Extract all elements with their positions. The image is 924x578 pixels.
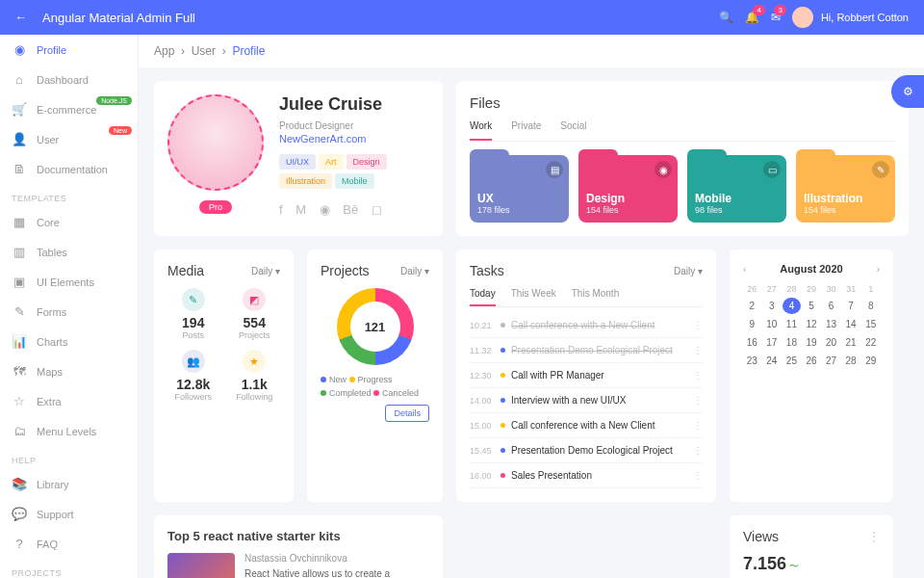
sidebar-item-e-commerce[interactable]: 🛒E-commerceNode.JS [0, 94, 138, 124]
back-icon[interactable]: ← [15, 11, 27, 24]
sidebar-item-tables[interactable]: ▥Tables [0, 237, 138, 267]
cal-day[interactable]: 9 [743, 316, 761, 332]
task-row[interactable]: 11.32Presentation Demo Ecological Projec… [470, 338, 703, 363]
tag-ui/ux[interactable]: UI/UX [279, 154, 316, 170]
more-icon[interactable]: ⋮ [693, 420, 703, 431]
cal-day[interactable]: 20 [822, 334, 840, 351]
tasks-selector[interactable]: Daily ▾ [674, 266, 703, 276]
tag-art[interactable]: Art [319, 154, 344, 170]
files-tab-private[interactable]: Private [511, 120, 541, 141]
task-row[interactable]: 15.00Call conference with a New Client⋮ [470, 413, 703, 438]
sidebar-item-maps[interactable]: 🗺Maps [0, 356, 138, 386]
cal-day[interactable]: 4 [783, 298, 801, 314]
sidebar-item-charts[interactable]: 📊Charts [0, 327, 138, 356]
cal-day[interactable]: 13 [822, 316, 840, 332]
task-tab-this-month[interactable]: This Month [572, 288, 619, 306]
cal-day[interactable]: 15 [861, 316, 880, 332]
media-stat-following: ★1.1kFollowing [229, 350, 281, 402]
cal-day[interactable]: 5 [803, 298, 821, 314]
greeting: Hi, Robbert Cotton [821, 12, 909, 23]
tasks-card: TasksDaily ▾ TodayThis WeekThis Month 10… [456, 250, 716, 502]
sidebar-item-profile[interactable]: ◉Profile [0, 35, 138, 65]
cal-day[interactable]: 27 [822, 353, 840, 369]
task-row[interactable]: 15.45Presentation Demo Ecological Projec… [470, 438, 703, 463]
files-card: Files WorkPrivateSocial ▤UX178 files◉Des… [456, 81, 909, 236]
details-button[interactable]: Details [385, 405, 429, 422]
cal-prev[interactable]: ‹ [743, 264, 746, 275]
profile-photo [167, 94, 264, 191]
more-icon[interactable]: ⋮ [693, 345, 703, 355]
projects-card: ProjectsDaily ▾ 121 New Progress Complet… [307, 250, 443, 502]
tag-illustration[interactable]: Illustration [279, 173, 332, 189]
sidebar-item-extra[interactable]: ☆Extra [0, 386, 138, 416]
tag-mobile[interactable]: Mobile [335, 173, 374, 189]
tag-design[interactable]: Design [346, 154, 387, 170]
cal-day[interactable]: 23 [743, 353, 761, 369]
folder-illustration[interactable]: ✎Illustration154 files [796, 155, 895, 223]
cal-day[interactable]: 2 [743, 298, 761, 314]
cal-day[interactable]: 22 [861, 334, 880, 351]
cal-day[interactable]: 21 [842, 334, 860, 351]
cal-next[interactable]: › [877, 264, 880, 275]
cal-day[interactable]: 10 [763, 316, 782, 332]
medium-icon[interactable]: M [295, 202, 306, 217]
facebook-icon[interactable]: f [279, 202, 283, 217]
bell-icon[interactable]: 🔔4 [745, 11, 759, 24]
task-row[interactable]: 10.21Call conference with a New Client⋮ [470, 313, 703, 338]
task-row[interactable]: 16.00Sales Presentation⋮ [470, 463, 703, 488]
cal-day[interactable]: 25 [783, 353, 801, 369]
cal-day[interactable]: 11 [783, 316, 801, 332]
projects-selector[interactable]: Daily ▾ [400, 266, 429, 276]
cal-day[interactable]: 18 [783, 334, 801, 351]
instagram-icon[interactable]: ◻ [372, 202, 382, 217]
sidebar-item-user[interactable]: 👤UserNew [0, 124, 138, 154]
files-tab-work[interactable]: Work [470, 120, 492, 141]
sidebar-item-support[interactable]: 💬Support [0, 499, 138, 529]
files-tab-social[interactable]: Social [560, 120, 586, 141]
task-tab-today[interactable]: Today [470, 288, 496, 306]
cal-day[interactable]: 3 [763, 298, 782, 314]
profile-link[interactable]: NewGenerArt.com [279, 133, 429, 144]
more-icon[interactable]: ⋮ [693, 320, 703, 330]
cal-day[interactable]: 17 [763, 334, 782, 351]
sidebar-item-library[interactable]: 📚Library [0, 469, 138, 499]
cal-day[interactable]: 26 [803, 353, 821, 369]
cal-day[interactable]: 6 [822, 298, 840, 314]
task-row[interactable]: 12.30Call with PR Manager⋮ [470, 363, 703, 388]
mail-icon[interactable]: ✉3 [771, 11, 781, 24]
more-icon[interactable]: ⋮ [693, 470, 703, 481]
sidebar-item-faq[interactable]: ?FAQ [0, 529, 138, 559]
cal-day[interactable]: 24 [763, 353, 782, 369]
settings-fab[interactable]: ⚙ [891, 75, 924, 108]
cal-day[interactable]: 28 [842, 353, 860, 369]
cal-day[interactable]: 29 [861, 353, 880, 369]
more-icon[interactable]: ⋮ [693, 395, 703, 406]
sidebar-item-dashboard[interactable]: ⌂Dashboard [0, 65, 138, 94]
folder-ux[interactable]: ▤UX178 files [470, 155, 569, 223]
sidebar-item-documentation[interactable]: 🗎Documentation [0, 154, 138, 184]
task-tab-this-week[interactable]: This Week [511, 288, 556, 306]
task-row[interactable]: 14.00Interview with a new UI/UX⋮ [470, 388, 703, 413]
sidebar-item-menu-levels[interactable]: 🗂Menu Levels [0, 416, 138, 446]
search-icon[interactable]: 🔍 [719, 11, 733, 24]
faq-icon: ? [12, 537, 27, 551]
sidebar-item-core[interactable]: ▦Core [0, 207, 138, 237]
sidebar-item-forms[interactable]: ✎Forms [0, 297, 138, 327]
more-icon[interactable]: ⋮ [693, 445, 703, 456]
avatar[interactable] [792, 7, 813, 28]
cal-day[interactable]: 19 [803, 334, 821, 351]
dribbble-icon[interactable]: ◉ [320, 202, 330, 217]
folder-mobile[interactable]: ▭Mobile98 files [687, 155, 786, 223]
more-icon[interactable]: ⋮ [868, 530, 880, 543]
profile-card: Pro Julee Cruise Product Designer NewGen… [154, 81, 443, 236]
cal-day[interactable]: 16 [743, 334, 761, 351]
cal-day[interactable]: 7 [842, 298, 860, 314]
more-icon[interactable]: ⋮ [693, 370, 703, 381]
sidebar-item-ui-elements[interactable]: ▣UI Elements [0, 267, 138, 297]
folder-design[interactable]: ◉Design154 files [578, 155, 678, 223]
cal-day[interactable]: 14 [842, 316, 860, 332]
cal-day[interactable]: 8 [861, 298, 880, 314]
cal-day[interactable]: 12 [803, 316, 821, 332]
behance-icon[interactable]: Bē [343, 202, 358, 217]
media-selector[interactable]: Daily ▾ [251, 266, 280, 276]
